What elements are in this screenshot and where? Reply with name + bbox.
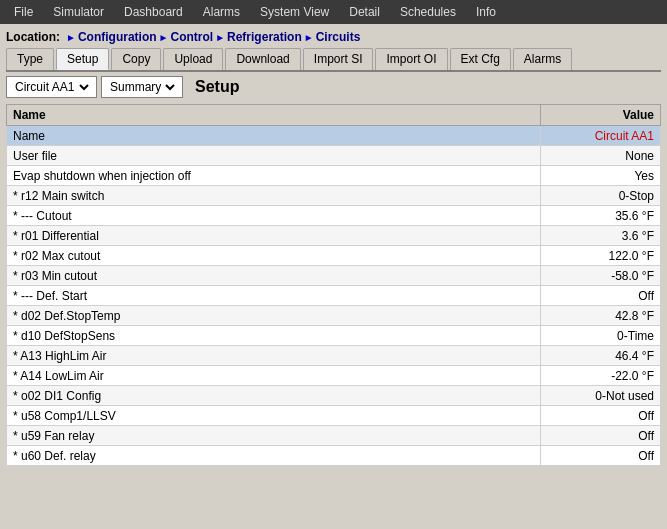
table-row[interactable]: * d02 Def.StopTemp42.8 °F bbox=[7, 306, 661, 326]
row-name: * u59 Fan relay bbox=[7, 426, 541, 446]
row-name: * A14 LowLim Air bbox=[7, 366, 541, 386]
circuit-dropdown[interactable]: Circuit AA1 Circuit AA2 bbox=[6, 76, 97, 98]
location-label: Location: bbox=[6, 30, 60, 44]
setup-label: Setup bbox=[195, 78, 239, 96]
data-table: Name Value Name Circuit AA1 User fileNon… bbox=[6, 104, 661, 466]
row-name: * u58 Comp1/LLSV bbox=[7, 406, 541, 426]
menu-item-file[interactable]: File bbox=[4, 3, 43, 21]
breadcrumb: ► Circuits bbox=[302, 30, 361, 44]
tab-type[interactable]: Type bbox=[6, 48, 54, 70]
menu-bar: FileSimulatorDashboardAlarmsSystem ViewD… bbox=[0, 0, 667, 24]
row-name: * r03 Min cutout bbox=[7, 266, 541, 286]
row-value: Off bbox=[541, 286, 661, 306]
col-header-value: Value bbox=[541, 105, 661, 126]
view-select[interactable]: Summary All bbox=[106, 79, 178, 95]
tab-ext-cfg[interactable]: Ext Cfg bbox=[450, 48, 511, 70]
table-header-row: Name Value bbox=[7, 105, 661, 126]
row-value: 0-Stop bbox=[541, 186, 661, 206]
row-value: -22.0 °F bbox=[541, 366, 661, 386]
table-row[interactable]: * --- Def. StartOff bbox=[7, 286, 661, 306]
table-row[interactable]: * r02 Max cutout122.0 °F bbox=[7, 246, 661, 266]
breadcrumb-circuits[interactable]: Circuits bbox=[316, 30, 361, 44]
view-dropdown[interactable]: Summary All bbox=[101, 76, 183, 98]
row-name: User file bbox=[7, 146, 541, 166]
row-value: 46.4 °F bbox=[541, 346, 661, 366]
tab-import-oi[interactable]: Import OI bbox=[375, 48, 447, 70]
tab-setup[interactable]: Setup bbox=[56, 48, 109, 70]
row-value: Circuit AA1 bbox=[541, 126, 661, 146]
table-row[interactable]: * A13 HighLim Air46.4 °F bbox=[7, 346, 661, 366]
tab-upload[interactable]: Upload bbox=[163, 48, 223, 70]
menu-item-simulator[interactable]: Simulator bbox=[43, 3, 114, 21]
table-row[interactable]: * u60 Def. relayOff bbox=[7, 446, 661, 466]
row-value: Off bbox=[541, 446, 661, 466]
table-row[interactable]: * r12 Main switch0-Stop bbox=[7, 186, 661, 206]
col-header-name: Name bbox=[7, 105, 541, 126]
menu-item-alarms[interactable]: Alarms bbox=[193, 3, 250, 21]
table-row[interactable]: * --- Cutout35.6 °F bbox=[7, 206, 661, 226]
menu-item-schedules[interactable]: Schedules bbox=[390, 3, 466, 21]
row-name: * o02 DI1 Config bbox=[7, 386, 541, 406]
row-value: Off bbox=[541, 406, 661, 426]
breadcrumb: ► Control bbox=[157, 30, 214, 44]
location-bar: Location: ► Configuration ► Control ► Re… bbox=[6, 30, 661, 44]
menu-item-system-view[interactable]: System View bbox=[250, 3, 339, 21]
tabs-bar: Type Setup Copy Upload Download Import S… bbox=[6, 48, 661, 72]
main-content: Location: ► Configuration ► Control ► Re… bbox=[0, 24, 667, 472]
table-row[interactable]: Evap shutdown when injection offYes bbox=[7, 166, 661, 186]
tab-download[interactable]: Download bbox=[225, 48, 300, 70]
row-value: 122.0 °F bbox=[541, 246, 661, 266]
arrow-icon-4: ► bbox=[304, 32, 314, 43]
row-name: * --- Cutout bbox=[7, 206, 541, 226]
table-row[interactable]: * r03 Min cutout-58.0 °F bbox=[7, 266, 661, 286]
breadcrumb-refrigeration[interactable]: Refrigeration bbox=[227, 30, 302, 44]
menu-item-dashboard[interactable]: Dashboard bbox=[114, 3, 193, 21]
arrow-icon-1: ► bbox=[66, 32, 76, 43]
tab-copy[interactable]: Copy bbox=[111, 48, 161, 70]
row-name: * r01 Differential bbox=[7, 226, 541, 246]
breadcrumb: ► Configuration bbox=[64, 30, 157, 44]
row-value: 0-Time bbox=[541, 326, 661, 346]
row-value: -58.0 °F bbox=[541, 266, 661, 286]
table-row[interactable]: * u59 Fan relayOff bbox=[7, 426, 661, 446]
row-name: * r02 Max cutout bbox=[7, 246, 541, 266]
row-name: Evap shutdown when injection off bbox=[7, 166, 541, 186]
arrow-icon-2: ► bbox=[159, 32, 169, 43]
tab-import-si[interactable]: Import SI bbox=[303, 48, 374, 70]
row-name: * r12 Main switch bbox=[7, 186, 541, 206]
row-name: * --- Def. Start bbox=[7, 286, 541, 306]
row-name: * d10 DefStopSens bbox=[7, 326, 541, 346]
table-row[interactable]: * r01 Differential3.6 °F bbox=[7, 226, 661, 246]
row-value: None bbox=[541, 146, 661, 166]
table-row[interactable]: * o02 DI1 Config0-Not used bbox=[7, 386, 661, 406]
table-row[interactable]: * d10 DefStopSens0-Time bbox=[7, 326, 661, 346]
table-row[interactable]: User fileNone bbox=[7, 146, 661, 166]
row-value: Yes bbox=[541, 166, 661, 186]
row-value: 0-Not used bbox=[541, 386, 661, 406]
row-value: 3.6 °F bbox=[541, 226, 661, 246]
breadcrumb: ► Refrigeration bbox=[213, 30, 302, 44]
tab-alarms[interactable]: Alarms bbox=[513, 48, 572, 70]
row-value: Off bbox=[541, 426, 661, 446]
menu-item-detail[interactable]: Detail bbox=[339, 3, 390, 21]
breadcrumb-configuration[interactable]: Configuration bbox=[78, 30, 157, 44]
row-name: * d02 Def.StopTemp bbox=[7, 306, 541, 326]
controls-row: Circuit AA1 Circuit AA2 Summary All Setu… bbox=[6, 76, 661, 98]
menu-item-info[interactable]: Info bbox=[466, 3, 506, 21]
row-value: 42.8 °F bbox=[541, 306, 661, 326]
table-row[interactable]: * u58 Comp1/LLSVOff bbox=[7, 406, 661, 426]
row-name: * A13 HighLim Air bbox=[7, 346, 541, 366]
breadcrumb-control[interactable]: Control bbox=[170, 30, 213, 44]
row-name: * u60 Def. relay bbox=[7, 446, 541, 466]
circuit-select[interactable]: Circuit AA1 Circuit AA2 bbox=[11, 79, 92, 95]
row-value: 35.6 °F bbox=[541, 206, 661, 226]
table-row: Name Circuit AA1 bbox=[7, 126, 661, 146]
table-row[interactable]: * A14 LowLim Air-22.0 °F bbox=[7, 366, 661, 386]
arrow-icon-3: ► bbox=[215, 32, 225, 43]
row-name: Name bbox=[7, 126, 541, 146]
